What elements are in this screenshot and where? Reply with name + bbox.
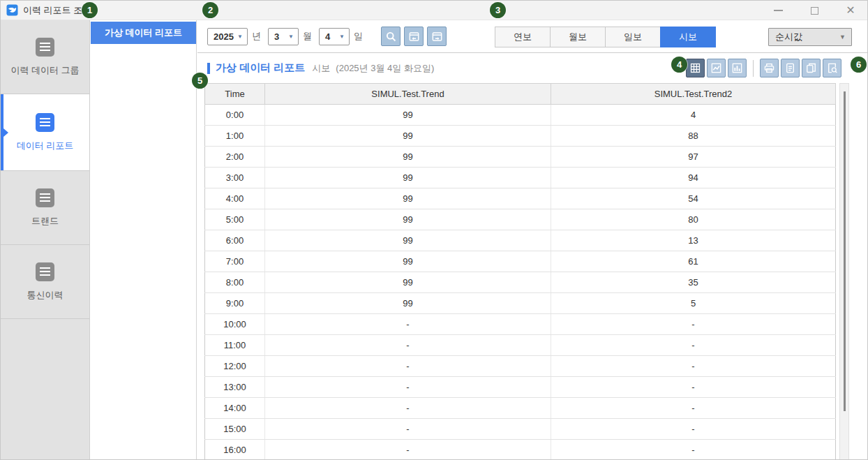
scrollbar-thumb[interactable]: [844, 91, 846, 411]
value-cell: 99: [265, 126, 551, 147]
table-row[interactable]: 4:009954: [205, 188, 836, 209]
value-cell: 99: [265, 251, 551, 272]
time-cell: 6:00: [205, 230, 265, 251]
report-preview-button[interactable]: [823, 59, 841, 77]
value-cell: 99: [265, 188, 551, 209]
report-subtitle: 시보: [312, 62, 330, 75]
period-button-hourly[interactable]: 시보: [660, 27, 716, 47]
year-value: 2025: [214, 31, 234, 42]
table-row[interactable]: 14:00--: [205, 398, 836, 419]
value-cell: -: [265, 314, 551, 335]
value-cell: 80: [551, 209, 836, 230]
period-button-yearly[interactable]: 연보: [495, 27, 551, 47]
annotation-badge-3: 3: [490, 2, 506, 18]
value-cell: 99: [265, 230, 551, 251]
list-icon: [36, 188, 54, 207]
line-chart-view-button[interactable]: [707, 59, 726, 77]
sidebar-item-data-report[interactable]: 데이터 리포트: [1, 94, 89, 171]
table-row[interactable]: 7:009961: [205, 251, 836, 272]
sidebar-item-comm-history[interactable]: 통신이력: [1, 245, 89, 319]
table-row[interactable]: 1:009988: [205, 126, 836, 147]
report-header: 가상 데이터 리포트 시보 (2025년 3월 4일 화요일): [197, 53, 868, 83]
value-cell: -: [265, 440, 551, 460]
column-header-time[interactable]: Time: [205, 84, 265, 105]
value-cell: 4: [551, 105, 836, 126]
value-cell: 99: [265, 168, 551, 188]
value-cell: 99: [265, 105, 551, 126]
table-row[interactable]: 8:009935: [205, 272, 836, 293]
sidebar-item-trend[interactable]: 트랜드: [1, 171, 89, 245]
table-row[interactable]: 15:00--: [205, 419, 836, 440]
chevron-down-icon: ▼: [839, 34, 846, 40]
column-header-trend2[interactable]: SIMUL.Test.Trend2: [551, 84, 836, 105]
maximize-button[interactable]: [796, 1, 832, 20]
table-row[interactable]: 11:00--: [205, 335, 836, 356]
close-button[interactable]: ✕: [832, 1, 868, 20]
prev-day-button[interactable]: [404, 27, 424, 46]
export-document-button[interactable]: [781, 59, 800, 77]
print-button[interactable]: [760, 59, 779, 77]
vertical-scrollbar[interactable]: [839, 83, 849, 460]
bar-chart-view-icon: [731, 62, 743, 74]
day-select[interactable]: 4 ▼: [319, 28, 350, 45]
year-select[interactable]: 2025 ▼: [207, 28, 248, 45]
column-header-trend[interactable]: SIMUL.Test.Trend: [265, 84, 551, 105]
list-icon: [36, 113, 54, 132]
time-cell: 8:00: [205, 272, 265, 293]
chevron-down-icon: ▼: [288, 34, 294, 40]
table-row[interactable]: 12:00--: [205, 356, 836, 377]
sidebar-item-history-data-group[interactable]: 이력 데이터 그룹: [1, 20, 89, 94]
annotation-badge-5: 5: [192, 73, 208, 89]
main-content: 2025 ▼ 년 3 ▼ 월 4 ▼ 일: [197, 20, 868, 460]
value-cell: -: [551, 356, 836, 377]
copy-report-button[interactable]: [802, 59, 821, 77]
value-cell: 99: [265, 293, 551, 314]
value-cell: -: [551, 377, 836, 398]
table-row[interactable]: 6:009913: [205, 230, 836, 251]
value-cell: 61: [551, 251, 836, 272]
table-row[interactable]: 9:00995: [205, 293, 836, 314]
table-view-button[interactable]: [686, 59, 705, 77]
chevron-down-icon: ▼: [237, 34, 243, 40]
period-button-daily[interactable]: 일보: [605, 27, 661, 47]
table-row[interactable]: 2:009997: [205, 147, 836, 168]
value-cell: 5: [551, 293, 836, 314]
bar-chart-view-button[interactable]: [728, 59, 747, 77]
report-icon-toolbar: [684, 59, 841, 77]
report-preview-icon: [826, 62, 838, 74]
table-row[interactable]: 10:00--: [205, 314, 836, 335]
next-day-button[interactable]: [427, 27, 447, 46]
annotation-badge-4: 4: [671, 57, 687, 73]
value-cell: 97: [551, 147, 836, 168]
sidebar-item-label: 트랜드: [31, 215, 59, 228]
value-type-dropdown[interactable]: 순시값 ▼: [768, 28, 852, 46]
table-row[interactable]: 16:00--: [205, 440, 836, 460]
table-header-row: Time SIMUL.Test.Trend SIMUL.Test.Trend2: [205, 84, 836, 105]
table-row[interactable]: 0:00994: [205, 105, 836, 126]
month-value: 3: [274, 31, 279, 42]
value-cell: -: [265, 398, 551, 419]
time-cell: 0:00: [205, 105, 265, 126]
table-view-icon: [689, 62, 701, 74]
time-cell: 11:00: [205, 335, 265, 356]
minimize-button[interactable]: [760, 1, 796, 20]
minimize-icon: [774, 10, 783, 11]
search-button[interactable]: [381, 27, 401, 46]
value-cell: 99: [265, 147, 551, 168]
window-controls: ✕: [760, 1, 868, 20]
time-cell: 15:00: [205, 419, 265, 440]
time-cell: 10:00: [205, 314, 265, 335]
month-select[interactable]: 3 ▼: [268, 28, 299, 45]
time-cell: 16:00: [205, 440, 265, 460]
report-list-item-virtual-data-report[interactable]: 가상 데이터 리포트: [91, 22, 196, 44]
table-row[interactable]: 5:009980: [205, 209, 836, 230]
time-cell: 13:00: [205, 377, 265, 398]
report-table: Time SIMUL.Test.Trend SIMUL.Test.Trend2 …: [204, 83, 835, 460]
value-cell: -: [265, 377, 551, 398]
table-row[interactable]: 3:009994: [205, 168, 836, 188]
period-button-monthly[interactable]: 월보: [550, 27, 606, 47]
table-row[interactable]: 13:00--: [205, 377, 836, 398]
period-button-group: 연보 월보 일보 시보: [495, 27, 716, 47]
report-table-body: 0:009941:0099882:0099973:0099944:0099545…: [205, 105, 836, 460]
value-cell: -: [551, 440, 836, 460]
